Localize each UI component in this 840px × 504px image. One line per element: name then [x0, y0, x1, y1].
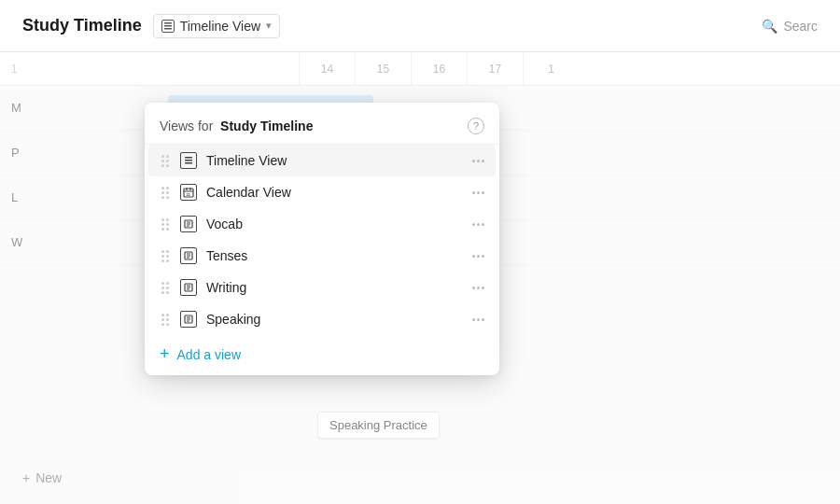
- view-item-timeline[interactable]: Timeline View: [148, 145, 496, 176]
- view-icon-speaking: [180, 311, 197, 328]
- more-menu-timeline[interactable]: [472, 160, 484, 162]
- row-label-1: M: [11, 101, 149, 115]
- row-label-2: P: [11, 146, 149, 160]
- svg-rect-4: [185, 160, 192, 161]
- drag-handle-speaking[interactable]: [160, 312, 171, 328]
- view-selector-button[interactable]: Timeline View ▾: [153, 14, 280, 38]
- view-label-tenses: Tenses: [206, 248, 463, 263]
- search-label: Searc: [783, 19, 818, 34]
- drag-handle-tenses[interactable]: [160, 248, 171, 264]
- view-icon-tenses: [180, 247, 197, 264]
- col-1: 1: [523, 52, 579, 86]
- view-icon-timeline: [180, 152, 197, 169]
- row-label-4: W: [11, 235, 149, 249]
- new-button-label: New: [35, 470, 62, 485]
- view-icon-vocab: [180, 216, 197, 232]
- col-16: 16: [411, 52, 467, 86]
- svg-rect-0: [164, 22, 172, 24]
- view-item-speaking[interactable]: Speaking: [148, 303, 496, 335]
- add-view-button[interactable]: + Add a view: [145, 335, 499, 368]
- timeline-columns: 14 15 16 17 1: [299, 52, 579, 86]
- search-icon: 🔍: [762, 19, 777, 34]
- svg-rect-1: [164, 25, 172, 27]
- dropdown-header-text: Views for Study Timeline: [160, 119, 313, 133]
- svg-rect-5: [185, 162, 192, 164]
- plus-icon: +: [22, 470, 30, 485]
- task-card: Speaking Practice: [317, 412, 440, 439]
- more-menu-speaking[interactable]: [472, 318, 484, 321]
- more-menu-calendar[interactable]: [472, 191, 484, 194]
- svg-text:31: 31: [187, 192, 191, 197]
- drag-handle-calendar[interactable]: [160, 185, 171, 201]
- timeline-month-label: 1: [0, 63, 149, 76]
- col-17: 17: [467, 52, 523, 86]
- svg-rect-2: [164, 28, 172, 30]
- add-view-plus-icon: +: [160, 344, 170, 364]
- view-item-calendar[interactable]: 31 Calendar View: [148, 176, 496, 208]
- row-label-3: L: [11, 190, 149, 204]
- drag-handle-writing[interactable]: [160, 280, 171, 296]
- view-item-vocab[interactable]: Vocab: [148, 208, 496, 240]
- chevron-down-icon: ▾: [266, 20, 272, 32]
- view-label-timeline: Timeline View: [206, 153, 463, 168]
- drag-handle-vocab[interactable]: [160, 217, 171, 232]
- view-label-calendar: Calendar View: [206, 185, 463, 200]
- view-icon-writing: [180, 279, 197, 296]
- page-title: Study Timeline: [22, 16, 142, 35]
- view-label-writing: Writing: [206, 280, 463, 295]
- view-item-writing[interactable]: Writing: [148, 272, 496, 303]
- search-area: 🔍 Searc: [762, 19, 818, 34]
- help-icon[interactable]: ?: [468, 118, 484, 134]
- more-menu-writing[interactable]: [472, 287, 484, 289]
- view-button-label: Timeline View: [180, 19, 260, 34]
- view-icon-calendar: 31: [180, 184, 197, 201]
- col-15: 15: [355, 52, 411, 86]
- view-label-vocab: Vocab: [206, 217, 463, 231]
- dropdown-study-title: Study Timeline: [220, 119, 313, 133]
- view-label-speaking: Speaking: [206, 312, 463, 327]
- page-header: Study Timeline Timeline View ▾ 🔍 Searc: [0, 0, 840, 52]
- new-button[interactable]: + New: [22, 470, 62, 485]
- more-menu-vocab[interactable]: [472, 223, 484, 226]
- svg-rect-3: [185, 157, 192, 159]
- view-item-tenses[interactable]: Tenses: [148, 240, 496, 272]
- dropdown-header: Views for Study Timeline ?: [145, 103, 499, 145]
- drag-handle-timeline[interactable]: [160, 153, 171, 169]
- timeline-view-icon: [161, 20, 175, 33]
- more-menu-tenses[interactable]: [472, 255, 484, 258]
- task-card-label: Speaking Practice: [329, 418, 427, 432]
- views-dropdown: Views for Study Timeline ? Timeline View: [145, 103, 499, 375]
- timeline-header: 1 14 15 16 17 1: [0, 52, 840, 86]
- add-view-label: Add a view: [177, 347, 241, 362]
- col-14: 14: [299, 52, 355, 86]
